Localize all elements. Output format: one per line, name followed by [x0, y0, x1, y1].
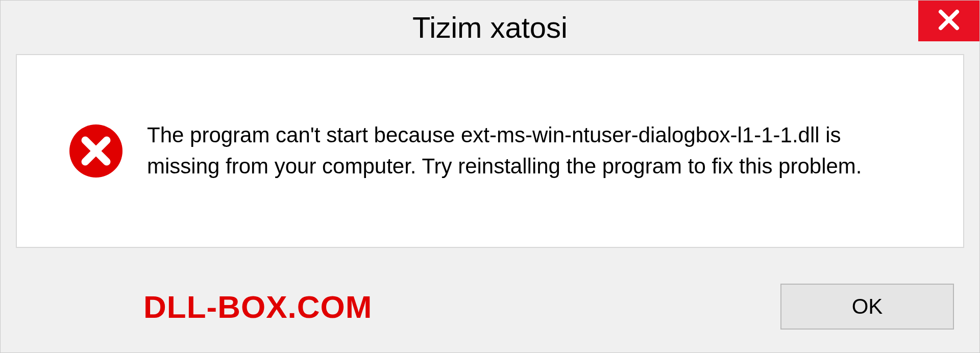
- dialog-title: Tizim xatosi: [412, 10, 568, 44]
- watermark-text: DLL-BOX.COM: [143, 289, 372, 325]
- titlebar: Tizim xatosi: [1, 1, 979, 54]
- close-button[interactable]: [918, 1, 979, 41]
- error-message: The program can't start because ext-ms-w…: [147, 120, 912, 182]
- error-icon: [68, 123, 124, 179]
- message-panel: The program can't start because ext-ms-w…: [16, 54, 964, 248]
- ok-button[interactable]: OK: [780, 284, 954, 330]
- footer: DLL-BOX.COM OK: [1, 261, 979, 352]
- close-icon: [938, 9, 960, 33]
